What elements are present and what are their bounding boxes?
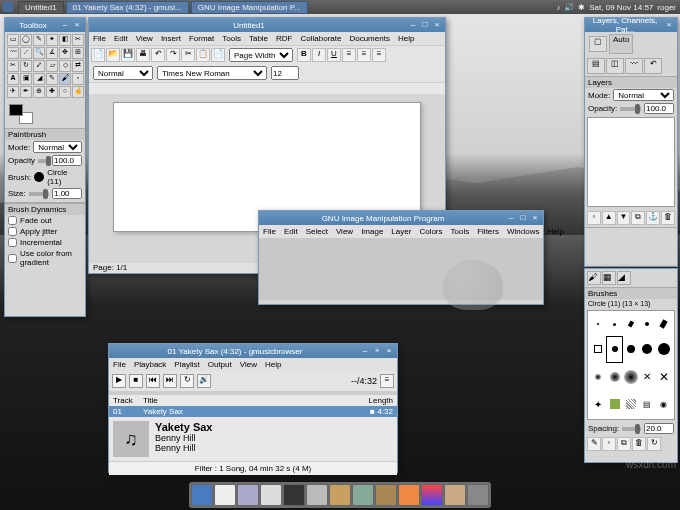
close-icon[interactable]: × [664,20,674,30]
cut-button[interactable]: ✂ [181,48,195,62]
menu-file[interactable]: File [263,227,276,236]
spacing-input[interactable] [644,423,674,434]
incremental-checkbox[interactable] [8,238,17,247]
tray-icon[interactable]: 🔊 [564,3,574,12]
dock-item[interactable] [191,484,213,506]
paintbrush-tool[interactable]: 🖌 [59,73,71,85]
jitter-checkbox[interactable] [8,227,17,236]
dock-item[interactable] [352,484,374,506]
close-icon[interactable]: × [530,213,540,223]
minimize-icon[interactable]: – [506,213,516,223]
menu-collaborate[interactable]: Collaborate [301,34,342,43]
heal-tool[interactable]: ✚ [46,86,58,98]
opacity-slider[interactable] [620,107,641,111]
color-select-tool[interactable]: ◧ [59,34,71,46]
size-slider[interactable] [29,192,49,196]
menu-select[interactable]: Select [306,227,328,236]
redo-button[interactable]: ↷ [166,48,180,62]
edit-brush-button[interactable]: ✎ [587,437,601,451]
wand-tool[interactable]: ✦ [46,34,58,46]
menu-edit[interactable]: Edit [114,34,128,43]
repeat-button[interactable]: ↻ [180,374,194,388]
anchor-button[interactable]: ⚓ [646,211,660,225]
titlebar[interactable]: Layers, Channels, Pat...× [585,18,677,32]
menu-help[interactable]: Help [265,360,281,369]
close-icon[interactable]: × [72,20,82,30]
gradient-checkbox[interactable] [8,254,17,263]
brush-item[interactable] [640,337,654,362]
col-length[interactable]: Length [369,396,393,405]
refresh-button[interactable]: ↻ [647,437,661,451]
tray-icon[interactable]: ✱ [578,3,585,12]
stop-button[interactable]: ■ [129,374,143,388]
ink-tool[interactable]: ✒ [20,86,32,98]
prev-button[interactable]: ⏮ [146,374,160,388]
menu-playback[interactable]: Playback [134,360,166,369]
align-right-button[interactable]: ≡ [372,48,386,62]
clock[interactable]: Sat, 09 Nov 14:57 [589,3,653,12]
italic-button[interactable]: I [312,48,326,62]
taskbar-item[interactable]: 01 Yakety Sax (4:32) - gmusi... [66,1,189,14]
paste-button[interactable]: 📄 [211,48,225,62]
scale-tool[interactable]: ⤢ [33,60,45,72]
track-row[interactable]: 01 Yakety Sax ■ 4:32 [109,406,397,417]
menu-playlist[interactable]: Playlist [174,360,199,369]
brush-item[interactable] [624,314,638,335]
brush-item[interactable] [624,392,638,416]
copy-button[interactable]: 📋 [196,48,210,62]
text-tool[interactable]: A [7,73,19,85]
dock-item[interactable] [329,484,351,506]
brush-item[interactable] [591,314,605,335]
rect-select-tool[interactable]: ▭ [7,34,19,46]
picker-tool[interactable]: ⟋ [20,47,32,59]
minimize-icon[interactable]: – [408,20,418,30]
pencil-tool[interactable]: ✎ [46,73,58,85]
app-menu-icon[interactable] [3,2,13,12]
align-tool[interactable]: ⊞ [72,47,84,59]
save-button[interactable]: 💾 [121,48,135,62]
opacity-input[interactable] [644,103,674,114]
queue-button[interactable]: ≡ [380,374,394,388]
gradient-tool[interactable]: ◢ [33,73,45,85]
menu-output[interactable]: Output [208,360,232,369]
dock-item[interactable] [398,484,420,506]
maximize-icon[interactable]: □ [420,20,430,30]
new-brush-button[interactable]: ▫ [602,437,616,451]
fadeout-checkbox[interactable] [8,216,17,225]
menu-rdf[interactable]: RDF [276,34,292,43]
menu-filters[interactable]: Filters [477,227,499,236]
open-button[interactable]: 📂 [106,48,120,62]
brush-item[interactable] [607,392,621,416]
maximize-icon[interactable]: □ [518,213,528,223]
dock-item[interactable] [214,484,236,506]
font-select[interactable]: Times New Roman [157,66,267,80]
flip-tool[interactable]: ⇄ [72,60,84,72]
clone-tool[interactable]: ⊕ [33,86,45,98]
user-label[interactable]: roger [657,3,676,12]
brush-item[interactable] [657,314,671,335]
brush-item[interactable] [591,337,605,362]
menu-insert[interactable]: Insert [161,34,181,43]
menu-view[interactable]: View [240,360,257,369]
close-icon[interactable]: × [432,20,442,30]
scissors-tool[interactable]: ✂ [72,34,84,46]
mode-select[interactable]: Normal [33,141,82,153]
perspective-tool[interactable]: ◇ [59,60,71,72]
dock-item[interactable] [237,484,259,506]
paths-tab[interactable]: 〰 [625,58,643,74]
zoom-tool[interactable]: 🔍 [33,47,45,59]
align-left-button[interactable]: ≡ [342,48,356,62]
dock-item[interactable] [421,484,443,506]
image-tab[interactable]: ▢ [589,36,607,52]
bucket-tool[interactable]: ▣ [20,73,32,85]
brush-item[interactable] [657,337,671,362]
menu-table[interactable]: Table [249,34,268,43]
menu-file[interactable]: File [93,34,106,43]
layers-tab[interactable]: ▤ [587,58,605,74]
brush-item[interactable] [607,314,621,335]
titlebar[interactable]: GNU Image Manipulation Program–□× [259,211,543,225]
layer-list[interactable] [587,117,675,207]
brush-item[interactable] [624,337,638,362]
undo-tab[interactable]: ↶ [644,58,662,74]
menu-layer[interactable]: Layer [391,227,411,236]
